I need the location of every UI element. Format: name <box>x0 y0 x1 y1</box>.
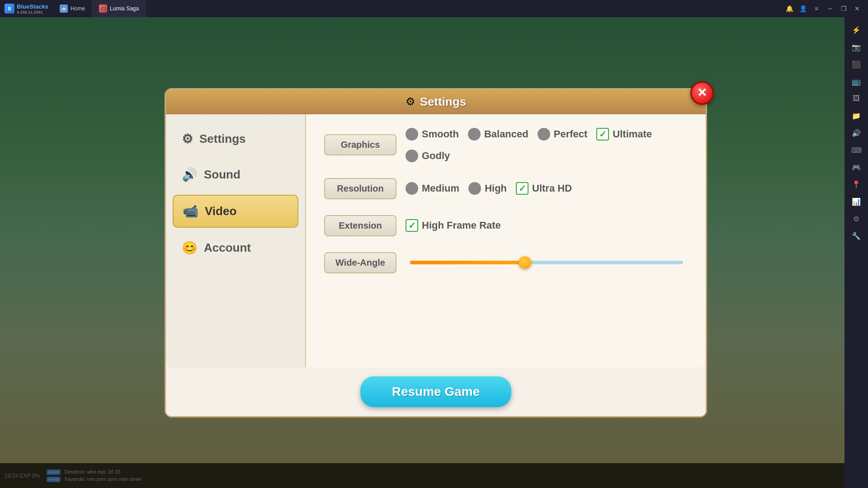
bluestacks-version: 4.150.11.1001 <box>17 10 48 14</box>
account-nav-icon: 😊 <box>182 240 198 255</box>
sidebar-icon-3[interactable]: ⬛ <box>848 56 864 72</box>
sound-nav-label: Sound <box>204 168 241 182</box>
restore-btn[interactable]: ❐ <box>837 2 850 15</box>
wide-angle-slider[interactable] <box>410 258 683 267</box>
graphics-label: Graphics <box>324 134 396 155</box>
graphics-option-smooth[interactable]: Smooth <box>406 128 459 141</box>
godly-radio <box>406 150 418 162</box>
nav-account[interactable]: 😊 Account <box>173 232 298 263</box>
sidebar-icon-11[interactable]: 📊 <box>848 193 864 210</box>
graphics-option-godly[interactable]: Godly <box>406 150 450 162</box>
graphics-option-balanced[interactable]: Balanced <box>468 128 528 141</box>
extension-row: Extension ✓ High Frame Rate <box>324 215 688 236</box>
medium-radio <box>406 182 418 195</box>
settings-modal: ✕ ⚙ Settings ⚙ Settings 🔊 Sound 📹 Video <box>165 88 707 418</box>
ultra-hd-check: ✓ <box>516 182 528 195</box>
resolution-option-high[interactable]: High <box>468 182 507 195</box>
graphics-options: Smooth Balanced Perfect <box>406 128 688 162</box>
close-icon: ✕ <box>697 86 707 100</box>
ultimate-check: ✓ <box>596 128 609 141</box>
extension-option-high-frame-rate[interactable]: ✓ High Frame Rate <box>406 219 501 232</box>
high-frame-rate-check: ✓ <box>406 219 418 232</box>
modal-title-bar: ⚙ Settings <box>166 89 706 114</box>
resolution-row: Resolution Medium High <box>324 178 688 199</box>
ultimate-label: Ultimate <box>613 128 652 140</box>
extension-options: ✓ High Frame Rate <box>406 219 501 232</box>
nav-settings[interactable]: ⚙ Settings <box>173 123 298 155</box>
notification-btn[interactable]: 🔔 <box>783 2 796 15</box>
sidebar-icon-6[interactable]: 📁 <box>848 108 864 124</box>
balanced-label: Balanced <box>484 128 528 140</box>
resume-game-button[interactable]: Resume Game <box>360 376 512 407</box>
graphics-row: Graphics Smooth Balanced <box>324 128 688 162</box>
bluestacks-tabs: 🏠 Home 🎮 Lumia Saga <box>53 0 778 17</box>
godly-label: Godly <box>422 150 450 162</box>
home-tab-icon: 🏠 <box>60 5 68 13</box>
graphics-option-perfect[interactable]: Perfect <box>538 128 588 141</box>
modal-title: Settings <box>420 95 467 109</box>
resolution-label: Resolution <box>324 178 396 199</box>
window-controls: 🔔 👤 ≡ ─ ❐ ✕ <box>778 2 868 15</box>
bluestacks-name: BlueStacks <box>17 3 48 10</box>
modal-close-button[interactable]: ✕ <box>690 81 714 105</box>
close-btn[interactable]: ✕ <box>851 2 863 15</box>
sidebar-icon-9[interactable]: 🎮 <box>848 159 864 175</box>
game-tab-label: Lumia Saga <box>110 5 139 12</box>
tab-home[interactable]: 🏠 Home <box>53 0 92 17</box>
modal-footer: Resume Game <box>166 367 706 416</box>
account-btn[interactable]: 👤 <box>797 2 809 15</box>
sidebar-icon-10[interactable]: 📍 <box>848 176 864 192</box>
home-tab-label: Home <box>71 5 85 12</box>
bluestacks-right-sidebar: ⚡ 📷 ⬛ 📺 🖼 📁 🔊 ⌨ 🎮 📍 📊 ⚙ 🔧 <box>844 17 868 488</box>
high-radio <box>468 182 481 195</box>
graphics-option-ultimate[interactable]: ✓ Ultimate <box>596 128 652 141</box>
bluestacks-logo: B BlueStacks 4.150.11.1001 <box>0 3 53 14</box>
minimize-btn[interactable]: ─ <box>824 2 836 15</box>
tab-lumia-saga[interactable]: 🎮 Lumia Saga <box>92 0 146 17</box>
sidebar-icon-5[interactable]: 🖼 <box>848 90 864 107</box>
nav-video[interactable]: 📹 Video <box>173 195 298 228</box>
settings-icon: ⚙ <box>406 95 415 108</box>
menu-btn[interactable]: ≡ <box>810 2 823 15</box>
medium-label: Medium <box>422 183 459 194</box>
sidebar-icon-settings[interactable]: ⚙ <box>848 211 864 227</box>
game-tab-icon: 🎮 <box>99 5 107 13</box>
settings-modal-container: ✕ ⚙ Settings ⚙ Settings 🔊 Sound 📹 Video <box>36 17 835 488</box>
slider-thumb[interactable] <box>519 256 531 269</box>
video-nav-label: Video <box>205 204 236 218</box>
balanced-radio <box>468 128 481 141</box>
video-nav-icon: 📹 <box>183 204 198 219</box>
wide-angle-label: Wide-Angle <box>324 252 396 273</box>
nav-sound[interactable]: 🔊 Sound <box>173 159 298 190</box>
sidebar-icon-7[interactable]: 🔊 <box>848 125 864 141</box>
high-frame-rate-label: High Frame Rate <box>422 220 501 231</box>
ultra-hd-label: Ultra HD <box>532 183 572 194</box>
bluestacks-logo-icon: B <box>5 4 14 14</box>
extension-label: Extension <box>324 215 396 236</box>
sidebar-icon-8[interactable]: ⌨ <box>848 142 864 158</box>
perfect-radio <box>538 128 550 141</box>
resolution-options: Medium High ✓ Ultra HD <box>406 182 572 195</box>
wide-angle-row: Wide-Angle <box>324 252 688 273</box>
wide-angle-slider-wrapper <box>406 258 688 267</box>
perfect-label: Perfect <box>554 128 588 140</box>
bluestacks-topbar: B BlueStacks 4.150.11.1001 🏠 Home 🎮 Lumi… <box>0 0 868 17</box>
account-nav-label: Account <box>204 241 251 255</box>
sidebar-icon-4[interactable]: 📺 <box>848 73 864 89</box>
modal-body: ⚙ Settings 🔊 Sound 📹 Video 😊 Account <box>166 114 706 367</box>
sound-nav-icon: 🔊 <box>182 167 198 182</box>
smooth-radio <box>406 128 418 141</box>
smooth-label: Smooth <box>422 128 459 140</box>
sidebar-icon-2[interactable]: 📷 <box>848 39 864 55</box>
sidebar-icon-gear[interactable]: 🔧 <box>848 228 864 244</box>
sidebar-icon-1[interactable]: ⚡ <box>848 22 864 38</box>
settings-nav: ⚙ Settings 🔊 Sound 📹 Video 😊 Account <box>166 114 306 367</box>
settings-nav-icon: ⚙ <box>182 131 193 146</box>
slider-track-fill <box>410 261 525 264</box>
settings-nav-label: Settings <box>199 132 246 146</box>
settings-content: Graphics Smooth Balanced <box>306 114 706 367</box>
resolution-option-medium[interactable]: Medium <box>406 182 459 195</box>
resolution-option-ultra-hd[interactable]: ✓ Ultra HD <box>516 182 572 195</box>
high-label: High <box>485 183 507 194</box>
